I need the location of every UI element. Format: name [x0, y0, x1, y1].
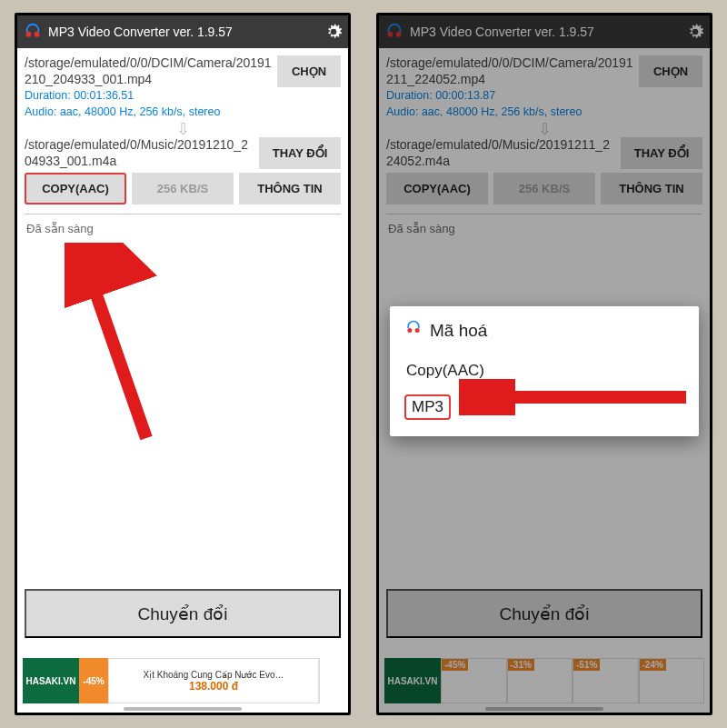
ad-discount-2: -31% — [508, 659, 534, 671]
dialog-title: Mã hoá — [404, 319, 684, 342]
arrow-down-icon: ⇩ — [386, 123, 702, 135]
convert-button[interactable]: Chuyển đổi — [25, 589, 341, 638]
svg-point-5 — [407, 328, 412, 333]
titlebar: MP3 Video Converter ver. 1.9.57 — [379, 15, 710, 48]
divider — [25, 214, 341, 214]
main-content: /storage/emulated/0/0/DCIM/Camera/201912… — [379, 48, 710, 235]
ad-discount-1: -45% — [442, 659, 468, 671]
ad-thumb — [319, 658, 343, 703]
duration-text: Duration: 00:01:36.51 — [25, 89, 272, 104]
phone-right: MP3 Video Converter ver. 1.9.57 /storage… — [376, 13, 712, 715]
app-title: MP3 Video Converter ver. 1.9.57 — [48, 25, 319, 39]
ad-brand: HASAKI.VN — [384, 658, 441, 703]
bitrate-button[interactable]: 256 KB/S — [493, 173, 595, 204]
codec-button[interactable]: COPY(AAC) — [386, 173, 488, 204]
dest-path: /storage/emulated/0/Music/20191210_20493… — [25, 137, 254, 169]
svg-point-1 — [35, 32, 40, 37]
codec-button[interactable]: COPY(AAC) — [25, 173, 126, 204]
ad-discount-3: -51% — [573, 659, 600, 671]
choose-button[interactable]: CHỌN — [277, 55, 341, 87]
settings-icon[interactable] — [686, 23, 704, 41]
change-button[interactable]: THAY ĐỔI — [621, 137, 702, 169]
status-text: Đã sẵn sàng — [25, 222, 341, 235]
ad-banner[interactable]: HASAKI.VN -45% -31% -51% -24% — [384, 658, 704, 703]
titlebar: MP3 Video Converter ver. 1.9.57 — [17, 15, 348, 48]
source-path: /storage/emulated/0/0/DCIM/Camera/201912… — [25, 55, 272, 87]
nav-pill — [485, 707, 603, 711]
ad-product: Xịt Khoáng Cung Cấp Nước Evo… 138.000 đ — [108, 658, 319, 703]
main-content: /storage/emulated/0/0/DCIM/Camera/201912… — [17, 48, 348, 235]
choose-button[interactable]: CHỌN — [639, 55, 702, 87]
info-button[interactable]: THÔNG TIN — [601, 173, 702, 204]
dialog-option-mp3[interactable]: MP3 — [404, 394, 451, 420]
app-logo-icon — [384, 22, 404, 42]
svg-point-3 — [387, 32, 393, 37]
ad-discount-4: -24% — [640, 659, 666, 671]
app-logo-icon — [404, 319, 423, 342]
divider — [386, 214, 702, 214]
dialog-option-copy-aac[interactable]: Copy(AAC) — [404, 356, 486, 385]
duration-text: Duration: 00:00:13.87 — [386, 89, 633, 104]
ad-banner[interactable]: HASAKI.VN -45% Xịt Khoáng Cung Cấp Nước … — [23, 658, 343, 703]
settings-icon[interactable] — [324, 23, 343, 41]
app-title: MP3 Video Converter ver. 1.9.57 — [410, 25, 681, 39]
app-logo-icon — [23, 22, 43, 42]
encode-dialog: Mã hoá Copy(AAC) MP3 — [390, 306, 699, 436]
svg-point-0 — [25, 32, 31, 37]
nav-pill — [124, 707, 242, 711]
convert-button[interactable]: Chuyển đổi — [386, 589, 702, 638]
status-text: Đã sẵn sàng — [386, 222, 702, 235]
svg-point-4 — [396, 32, 402, 37]
audio-text: Audio: aac, 48000 Hz, 256 kb/s, stereo — [25, 105, 272, 120]
source-path: /storage/emulated/0/0/DCIM/Camera/201912… — [386, 55, 633, 87]
ad-discount: -45% — [79, 658, 108, 703]
phone-left: MP3 Video Converter ver. 1.9.57 /storage… — [15, 13, 351, 715]
audio-text: Audio: aac, 48000 Hz, 256 kb/s, stereo — [386, 105, 633, 120]
info-button[interactable]: THÔNG TIN — [239, 173, 341, 204]
svg-point-6 — [415, 328, 420, 333]
bitrate-button[interactable]: 256 KB/S — [132, 173, 234, 204]
change-button[interactable]: THAY ĐỔI — [259, 137, 341, 169]
annotation-arrow — [65, 243, 183, 452]
svg-line-2 — [85, 261, 146, 438]
dest-path: /storage/emulated/0/Music/20191211_22405… — [386, 137, 615, 169]
arrow-down-icon: ⇩ — [25, 123, 341, 135]
ad-brand: HASAKI.VN — [23, 658, 79, 703]
